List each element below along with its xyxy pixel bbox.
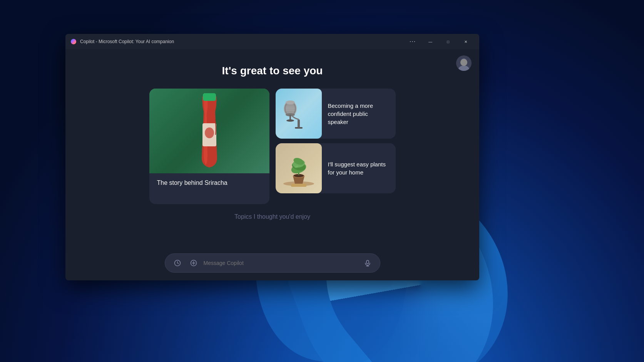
- mic-button[interactable]: [361, 257, 374, 269]
- topics-label: Topics I thought you'd enjoy: [234, 213, 310, 220]
- svg-point-17: [286, 119, 294, 122]
- svg-point-2: [461, 59, 467, 65]
- close-button[interactable]: ✕: [457, 35, 475, 48]
- history-icon: [174, 260, 181, 266]
- svg-point-14: [286, 101, 295, 104]
- plant-bg: [276, 143, 322, 193]
- history-button[interactable]: [171, 257, 184, 269]
- minimize-button[interactable]: —: [422, 35, 439, 48]
- svg-rect-4: [203, 93, 216, 101]
- message-input[interactable]: [204, 260, 358, 266]
- svg-rect-32: [366, 260, 369, 264]
- plants-card[interactable]: I'll suggest easy plants for your home: [276, 143, 396, 193]
- message-input-bar: [165, 253, 380, 273]
- sriracha-bg: [149, 89, 269, 173]
- public-speaker-label: Becoming a more confident public speaker: [322, 96, 396, 132]
- copilot-logo-icon: [70, 38, 77, 45]
- mic-icon: [364, 260, 371, 266]
- microphone-image: [276, 89, 322, 139]
- cards-right-column: Becoming a more confident public speaker: [276, 89, 396, 204]
- user-avatar[interactable]: [456, 55, 472, 71]
- suggestion-cards: The story behind Sriracha: [149, 89, 396, 204]
- add-button[interactable]: [187, 257, 200, 269]
- svg-rect-19: [291, 184, 306, 187]
- svg-point-6: [205, 127, 214, 138]
- titlebar: Copilot - Microsoft Copilot: Your AI com…: [65, 34, 479, 49]
- sriracha-card[interactable]: The story behind Sriracha: [149, 89, 269, 204]
- more-options-button[interactable]: ···: [404, 35, 422, 48]
- avatar-image: [456, 55, 472, 71]
- add-icon: [190, 260, 197, 266]
- mic-bg: [276, 89, 322, 139]
- sriracha-image: [149, 89, 269, 173]
- maximize-button[interactable]: □: [439, 35, 457, 48]
- plants-label: I'll suggest easy plants for your home: [322, 154, 396, 183]
- svg-rect-8: [298, 119, 300, 128]
- greeting-text: It's great to see you: [222, 65, 323, 77]
- main-content: It's great to see you: [65, 49, 479, 280]
- plant-image: [276, 143, 322, 193]
- sriracha-label: The story behind Sriracha: [149, 173, 269, 194]
- window-controls: ··· — □ ✕: [404, 35, 475, 48]
- window-title: Copilot - Microsoft Copilot: Your AI com…: [80, 39, 404, 44]
- public-speaker-card[interactable]: Becoming a more confident public speaker: [276, 89, 396, 139]
- copilot-window: Copilot - Microsoft Copilot: Your AI com…: [65, 34, 479, 280]
